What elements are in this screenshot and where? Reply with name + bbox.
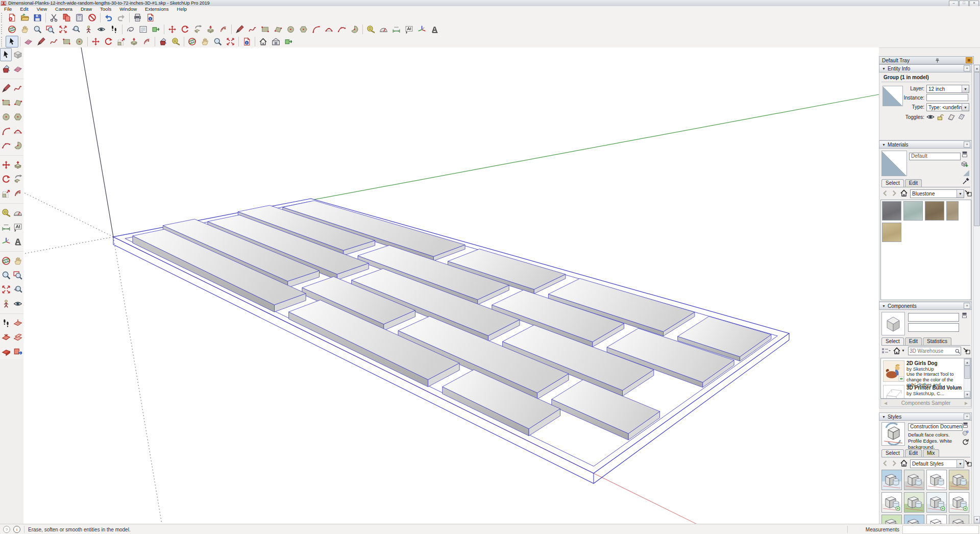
text-button[interactable] bbox=[403, 23, 415, 35]
paint-bucket-button[interactable] bbox=[157, 36, 169, 47]
protractor-button[interactable] bbox=[377, 23, 390, 35]
scrollbar-thumb[interactable] bbox=[964, 366, 970, 379]
display-secondary-pane-icon[interactable] bbox=[961, 151, 968, 158]
zoom-button[interactable] bbox=[211, 36, 224, 47]
section-display-cuts-button[interactable] bbox=[0, 331, 12, 344]
display-secondary-pane-icon[interactable] bbox=[962, 422, 969, 428]
scroll-up-icon[interactable]: ▲ bbox=[964, 359, 970, 366]
eraser-button[interactable] bbox=[12, 62, 23, 76]
material-swatch-2[interactable] bbox=[903, 201, 923, 221]
components-scrollbar[interactable]: ▲▼ bbox=[964, 358, 971, 398]
scroll-down-icon[interactable]: ▼ bbox=[964, 391, 970, 398]
component-name-field[interactable] bbox=[908, 313, 959, 322]
rectangle-button[interactable] bbox=[259, 23, 272, 35]
circle-button[interactable] bbox=[284, 23, 297, 35]
undo-button[interactable] bbox=[102, 12, 115, 23]
instructor-button[interactable] bbox=[137, 23, 150, 35]
materials-close-icon[interactable]: × bbox=[964, 141, 970, 148]
sampler-back-icon[interactable]: ◄ bbox=[881, 400, 888, 406]
material-swatch-1[interactable] bbox=[882, 201, 901, 221]
paint-bucket-button[interactable] bbox=[0, 62, 12, 76]
make-component-button[interactable] bbox=[12, 48, 23, 61]
pan-button[interactable] bbox=[12, 254, 23, 268]
components-close-icon[interactable]: × bbox=[964, 303, 970, 309]
pin-icon[interactable] bbox=[935, 58, 940, 63]
collapse-icon[interactable]: ▼ bbox=[882, 143, 886, 147]
menu-extensions[interactable]: Extensions bbox=[141, 6, 173, 12]
export-button[interactable] bbox=[282, 36, 295, 47]
save-button[interactable] bbox=[31, 12, 44, 23]
freehand-button[interactable] bbox=[12, 82, 23, 95]
section-display-planes-button[interactable] bbox=[12, 331, 23, 344]
unlock-icon[interactable] bbox=[936, 113, 944, 120]
home-icon[interactable] bbox=[900, 459, 908, 467]
credits-info-icon[interactable]: i bbox=[13, 526, 20, 533]
three-point-arc-button[interactable] bbox=[335, 23, 348, 35]
components-header[interactable]: ▼ Components × bbox=[879, 302, 972, 310]
instance-field[interactable] bbox=[926, 94, 968, 101]
menu-tools[interactable]: Tools bbox=[96, 6, 115, 12]
rotate-button[interactable] bbox=[0, 173, 12, 186]
warehouse-button[interactable] bbox=[270, 36, 282, 47]
tray-title-bar[interactable]: Default Tray ▣ bbox=[879, 56, 974, 64]
3d-text-button[interactable] bbox=[12, 235, 23, 248]
push-pull-button[interactable] bbox=[12, 158, 23, 172]
menu-edit[interactable]: Edit bbox=[16, 6, 32, 12]
style-thumbnail-9[interactable] bbox=[881, 515, 902, 524]
lasso-select-button[interactable] bbox=[124, 23, 137, 35]
move-button[interactable] bbox=[0, 158, 12, 172]
collapse-icon[interactable]: ▼ bbox=[882, 67, 886, 70]
export-button[interactable] bbox=[150, 23, 162, 35]
polygon-button[interactable] bbox=[12, 110, 23, 124]
zoom-window-button[interactable] bbox=[44, 23, 57, 35]
axes-button[interactable] bbox=[415, 23, 428, 35]
redo-button[interactable] bbox=[115, 12, 128, 23]
zoom-previous-button[interactable] bbox=[12, 283, 23, 296]
tape-measure-button[interactable] bbox=[0, 206, 12, 220]
offset-button[interactable] bbox=[140, 36, 153, 47]
freehand-button[interactable] bbox=[47, 36, 60, 47]
look-around-button[interactable] bbox=[95, 23, 108, 35]
style-thumbnail-7[interactable] bbox=[926, 492, 947, 513]
style-name-field[interactable]: Construction Documentation St bbox=[908, 423, 963, 431]
scroll-down-icon[interactable]: ▼ bbox=[974, 516, 980, 523]
search-icon[interactable] bbox=[954, 348, 961, 354]
cast-shadows-icon[interactable] bbox=[947, 113, 955, 120]
model-info-button[interactable] bbox=[240, 36, 253, 47]
create-material-icon[interactable] bbox=[960, 160, 968, 168]
copy-button[interactable] bbox=[60, 12, 73, 23]
entity-info-header[interactable]: ▼ Entity Info × bbox=[879, 64, 972, 72]
style-thumbnail-3[interactable] bbox=[926, 470, 947, 490]
move-button[interactable] bbox=[89, 36, 102, 47]
pie-button[interactable] bbox=[12, 139, 23, 152]
text-button[interactable] bbox=[12, 221, 23, 234]
refresh-icon[interactable] bbox=[962, 438, 969, 446]
move-button[interactable] bbox=[166, 23, 179, 35]
scrollbar-thumb[interactable] bbox=[974, 72, 980, 226]
receive-shadows-icon[interactable] bbox=[957, 113, 965, 120]
scale-button[interactable] bbox=[115, 36, 128, 47]
line-button[interactable] bbox=[233, 23, 246, 35]
select-button[interactable] bbox=[6, 36, 18, 47]
materials-header[interactable]: ▼ Materials × bbox=[879, 140, 972, 149]
chevron-down-icon[interactable]: ▼ bbox=[957, 460, 964, 468]
pie-button[interactable] bbox=[348, 23, 361, 35]
chevron-down-icon[interactable]: ▼ bbox=[957, 190, 964, 198]
component-title[interactable]: 3D Printer Build Volume bbox=[906, 385, 962, 391]
toolbar-grip[interactable] bbox=[1, 37, 4, 46]
dimension-button[interactable] bbox=[390, 23, 403, 35]
orbit-button[interactable] bbox=[186, 36, 199, 47]
two-point-arc-button[interactable] bbox=[12, 125, 23, 138]
3d-viewport[interactable] bbox=[23, 47, 879, 524]
offset-button[interactable] bbox=[217, 23, 230, 35]
circle-button[interactable] bbox=[0, 110, 12, 124]
section-export-button[interactable] bbox=[12, 345, 23, 358]
type-dropdown[interactable]: Type: <undefined>▼ bbox=[926, 103, 969, 111]
protractor-button[interactable] bbox=[12, 206, 23, 220]
style-thumbnail-11[interactable] bbox=[926, 515, 947, 524]
home-icon[interactable] bbox=[893, 347, 901, 355]
scale-button[interactable] bbox=[0, 187, 12, 200]
component-title[interactable]: 2D Girls Dog bbox=[906, 360, 962, 366]
walk-button[interactable] bbox=[108, 23, 120, 35]
circle-button[interactable] bbox=[73, 36, 86, 47]
